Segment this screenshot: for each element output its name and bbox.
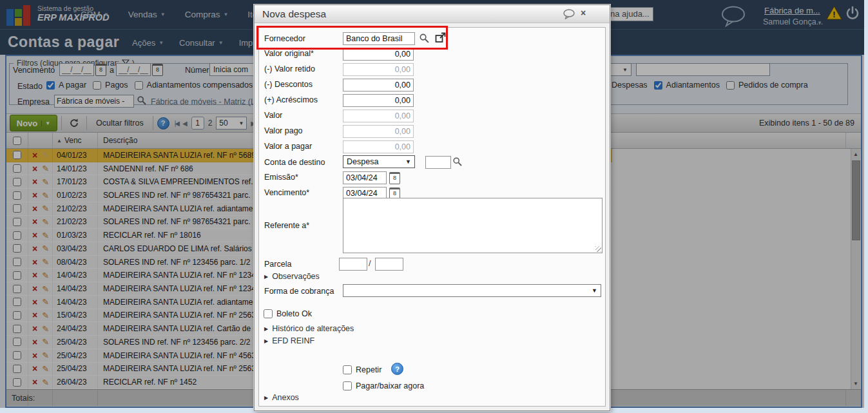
expander-arrow-icon: ▶ (264, 274, 268, 280)
money-field-label: Valor pago (264, 126, 303, 135)
money-field-label: Valor a pagar (264, 142, 312, 151)
nova-despesa-modal: Nova despesa × Fornecedor Valor original… (254, 5, 610, 411)
repetir-checkbox[interactable] (343, 365, 352, 374)
money-field-label: (+) Acréscimos (264, 95, 318, 104)
parcela-num-input[interactable] (339, 258, 367, 271)
forma-cobranca-select[interactable]: ▼ (343, 284, 601, 297)
resize-handle[interactable] (595, 246, 601, 252)
referente-label: Referente a* (264, 221, 309, 230)
money-field-input-5 (343, 125, 414, 138)
modal-comment-icon[interactable] (563, 9, 575, 22)
money-field-input-2[interactable] (343, 79, 414, 91)
repetir-checkbox-row: Repetir (343, 365, 381, 374)
boleto-ok-checkbox[interactable] (264, 309, 273, 318)
fornecedor-label: Fornecedor (264, 34, 305, 43)
anexos-expander[interactable]: ▶Anexos (264, 393, 299, 402)
money-field-input-4 (343, 110, 414, 122)
observacoes-expander[interactable]: ▶Observações (264, 272, 320, 281)
vencimento-modal-label: Vencimento* (264, 188, 309, 197)
fornecedor-search-icon[interactable] (419, 33, 430, 46)
modal-header[interactable]: Nova despesa × (255, 5, 610, 23)
parcela-total-input[interactable] (375, 258, 403, 271)
emissao-calendar-icon[interactable]: 8 (389, 172, 400, 184)
expander-arrow-icon: ▶ (264, 326, 268, 332)
app-page: Sistema de gestão ERP MAXIPROD CRM▼Venda… (0, 0, 868, 413)
money-field-label: Valor original* (264, 49, 314, 58)
pagar-baixar-checkbox-row: Pagar/baixar agora (343, 381, 424, 390)
parcela-label: Parcela (264, 260, 291, 269)
referente-textarea[interactable] (343, 198, 603, 253)
conta-destino-search-icon[interactable] (452, 157, 463, 169)
money-field-input-3[interactable] (343, 94, 414, 107)
conta-destino-select[interactable]: Despesa▼ (343, 155, 415, 168)
fornecedor-input[interactable] (343, 32, 415, 45)
money-field-input-1 (343, 63, 414, 76)
modal-content-panel: Fornecedor Valor original*(-) Valor reti… (258, 27, 606, 407)
money-field-label: Valor (264, 111, 282, 120)
historico-expander[interactable]: ▶Histórico de alterações (264, 324, 354, 333)
conta-destino-label: Conta de destino (264, 158, 325, 167)
fornecedor-open-external-icon[interactable] (434, 32, 447, 46)
repetir-help-icon[interactable]: ? (391, 363, 403, 375)
emissao-input[interactable] (343, 171, 387, 184)
forma-cobranca-label: Forma de cobrança (264, 287, 334, 296)
money-field-input-0[interactable] (343, 48, 414, 61)
money-field-label: (-) Valor retido (264, 64, 315, 73)
pagar-baixar-checkbox[interactable] (343, 381, 352, 390)
money-field-label: (-) Descontos (264, 80, 313, 89)
money-field-input-6 (343, 140, 414, 153)
emissao-label: Emissão* (264, 173, 298, 182)
modal-title: Nova despesa (262, 8, 326, 20)
expander-arrow-icon: ▶ (264, 395, 268, 401)
efd-reinf-expander[interactable]: ▶EFD REINF (264, 336, 314, 345)
parcela-separator: / (369, 258, 371, 268)
boleto-ok-checkbox-row: Boleto Ok (264, 309, 312, 318)
expander-arrow-icon: ▶ (264, 338, 268, 344)
conta-destino-code-input[interactable] (425, 156, 451, 169)
modal-close-icon[interactable]: × (581, 8, 586, 18)
